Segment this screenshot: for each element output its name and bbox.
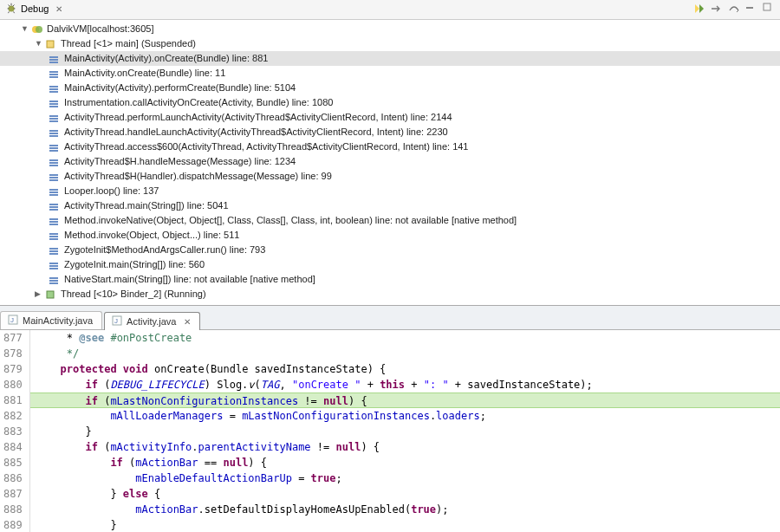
svg-rect-9	[49, 71, 58, 73]
code-line[interactable]: }	[30, 517, 780, 532]
debug-view: Debug ✕ ▼ DalvikVM[localhost:3605] ▼ Thr…	[0, 0, 780, 306]
debug-toolbar	[693, 3, 775, 15]
svg-rect-47	[49, 253, 58, 255]
code-line[interactable]: * @see #onPostCreate	[30, 330, 780, 346]
stack-frame-label: ActivityThread.performLaunchActivity(Act…	[64, 111, 452, 124]
thread-binder-node[interactable]: ▶ Thread [<10> Binder_2] (Running)	[0, 287, 780, 302]
stack-frame-icon	[49, 230, 61, 241]
expand-icon[interactable]: ▶	[35, 288, 43, 301]
code-line[interactable]: if (mActionBar == null) {	[30, 455, 780, 470]
line-number: 889	[3, 517, 23, 532]
stack-frame[interactable]: ActivityThread.handleLaunchActivity(Acti…	[0, 125, 780, 139]
expand-icon[interactable]: ▼	[21, 23, 29, 36]
code-line[interactable]: }	[30, 424, 780, 439]
svg-rect-42	[49, 233, 58, 235]
stack-frame-icon	[49, 83, 61, 94]
stack-frame[interactable]: ZygoteInit.main(String[]) line: 560	[0, 257, 780, 272]
stack-frame[interactable]: ActivityThread.main(String[]) line: 5041	[0, 198, 780, 213]
stack-frame-label: Method.invokeNative(Object, Object[], Cl…	[64, 214, 517, 227]
svg-rect-10	[49, 74, 58, 75]
svg-rect-18	[49, 115, 58, 117]
java-file-icon: J	[8, 315, 18, 327]
stack-frame-icon	[49, 245, 61, 256]
stack-frame-label: ZygoteInit$MethodAndArgsCaller.run() lin…	[64, 243, 265, 256]
line-gutter: 8778788798808818828838848858868878888898…	[0, 330, 30, 532]
svg-rect-52	[49, 280, 58, 282]
svg-rect-37	[49, 206, 58, 208]
svg-rect-36	[49, 204, 58, 205]
code-line[interactable]: } else {	[30, 486, 780, 502]
svg-rect-12	[49, 86, 58, 88]
svg-rect-35	[49, 194, 58, 196]
code-line[interactable]: if (mActivityInfo.parentActivityName != …	[30, 439, 780, 455]
svg-rect-7	[49, 59, 58, 61]
svg-rect-11	[49, 76, 58, 78]
svg-rect-33	[49, 189, 58, 191]
close-icon[interactable]: ✕	[184, 317, 191, 327]
svg-rect-17	[49, 106, 58, 107]
line-number: 883	[3, 424, 23, 439]
svg-rect-31	[49, 177, 58, 178]
stack-frame[interactable]: Method.invokeNative(Object, Object[], Cl…	[0, 213, 780, 228]
svg-rect-23	[49, 135, 58, 137]
stack-frame-icon	[49, 54, 61, 64]
debug-stack-tree[interactable]: ▼ DalvikVM[localhost:3605] ▼ Thread [<1>…	[0, 20, 780, 305]
close-icon[interactable]: ✕	[55, 4, 62, 14]
code-line[interactable]: mEnableDefaultActionBarUp = true;	[30, 470, 780, 486]
bug-icon	[5, 2, 17, 16]
svg-rect-54	[47, 291, 54, 298]
tab-mainactivity[interactable]: J MainActivity.java	[0, 311, 102, 329]
code-area[interactable]: * @see #onPostCreate */ protected void o…	[30, 330, 780, 532]
stack-frame-label: ActivityThread.main(String[]) line: 5041	[64, 199, 229, 212]
svg-rect-16	[49, 103, 58, 105]
minimize-icon[interactable]	[745, 3, 757, 15]
resume-icon[interactable]	[693, 3, 705, 15]
thread-running-icon	[45, 289, 57, 300]
code-line[interactable]: mAllLoaderManagers = mLastNonConfigurati…	[30, 408, 780, 424]
stack-frame[interactable]: MainActivity.onCreate(Bundle) line: 11	[0, 66, 780, 81]
stack-frame[interactable]: MainActivity(Activity).onCreate(Bundle) …	[0, 51, 780, 66]
stack-frame[interactable]: ActivityThread.performLaunchActivity(Act…	[0, 110, 780, 125]
code-line[interactable]: if (mLastNonConfigurationInstances != nu…	[30, 393, 780, 408]
stack-frame-label: ActivityThread$H(Handler).dispatchMessag…	[64, 170, 332, 183]
svg-rect-1	[746, 7, 753, 9]
code-line[interactable]: mActionBar.setDefaultDisplayHomeAsUpEnab…	[30, 502, 780, 517]
step-icon[interactable]	[711, 3, 723, 15]
svg-point-4	[36, 26, 42, 33]
stack-frame-icon	[49, 68, 61, 79]
svg-rect-2	[764, 3, 770, 10]
line-number: 885	[3, 455, 23, 470]
process-node[interactable]: ▼ DalvikVM[localhost:3605]	[0, 22, 780, 36]
svg-rect-51	[49, 277, 58, 279]
stack-frame[interactable]: MainActivity(Activity).performCreate(Bun…	[0, 81, 780, 95]
stack-frame-label: MainActivity.onCreate(Bundle) line: 11	[64, 67, 225, 80]
maximize-icon[interactable]	[763, 3, 775, 15]
step-over-icon[interactable]	[728, 3, 740, 15]
stack-frame-label: Method.invoke(Object, Object...) line: 5…	[64, 229, 239, 242]
stack-frame[interactable]: NativeStart.main(String[]) line: not ava…	[0, 272, 780, 287]
code-editor[interactable]: 8778788798808818828838848858868878888898…	[0, 330, 780, 532]
stack-frame-icon	[49, 216, 61, 226]
svg-rect-34	[49, 191, 58, 193]
stack-frame-label: MainActivity(Activity).performCreate(Bun…	[64, 81, 296, 94]
code-line[interactable]: protected void onCreate(Bundle savedInst…	[30, 361, 780, 377]
code-line[interactable]: if (DEBUG_LIFECYCLE) Slog.v(TAG, "onCrea…	[30, 377, 780, 393]
stack-frame[interactable]: Looper.loop() line: 137	[0, 184, 780, 198]
code-line[interactable]: */	[30, 346, 780, 361]
stack-frame[interactable]: Method.invoke(Object, Object...) line: 5…	[0, 228, 780, 243]
stack-frame[interactable]: ActivityThread$H.handleMessage(Message) …	[0, 154, 780, 169]
java-file-icon: J	[112, 315, 122, 328]
line-number: 877	[3, 330, 23, 346]
svg-rect-26	[49, 150, 58, 152]
thread-main-node[interactable]: ▼ Thread [<1> main] (Suspended)	[0, 36, 780, 51]
svg-rect-53	[49, 282, 58, 284]
stack-frame-icon	[49, 113, 61, 123]
stack-frame[interactable]: ActivityThread$H(Handler).dispatchMessag…	[0, 169, 780, 184]
line-number: 888	[3, 502, 23, 517]
stack-frame[interactable]: ZygoteInit$MethodAndArgsCaller.run() lin…	[0, 243, 780, 257]
stack-frame[interactable]: Instrumentation.callActivityOnCreate(Act…	[0, 95, 780, 110]
tab-activity[interactable]: J Activity.java ✕	[104, 312, 200, 330]
svg-rect-41	[49, 224, 58, 225]
stack-frame[interactable]: ActivityThread.access$600(ActivityThread…	[0, 139, 780, 154]
expand-icon[interactable]: ▼	[35, 37, 43, 50]
